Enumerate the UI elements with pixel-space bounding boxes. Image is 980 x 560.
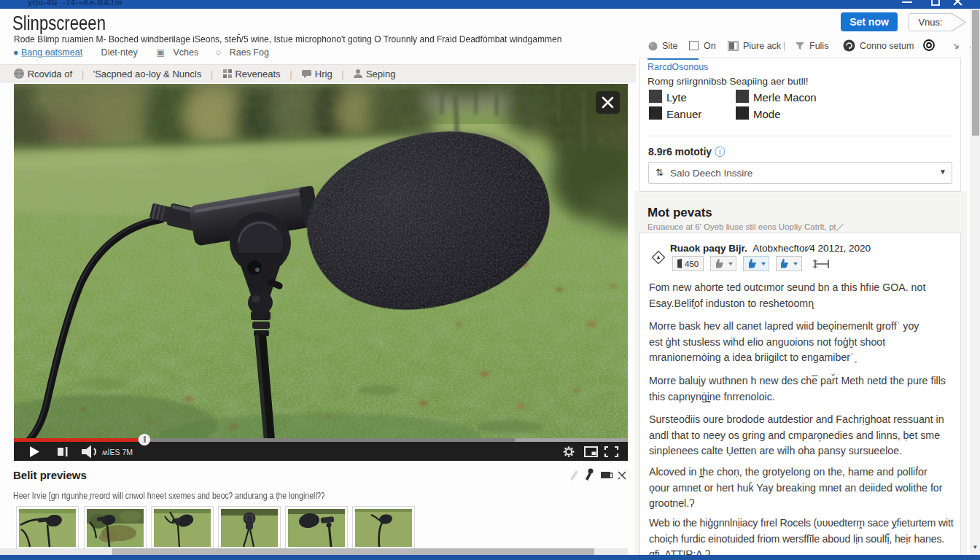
svg-text:ʍİES 7M: ʍİES 7M: [102, 448, 133, 456]
svg-text:450: 450: [685, 260, 699, 268]
